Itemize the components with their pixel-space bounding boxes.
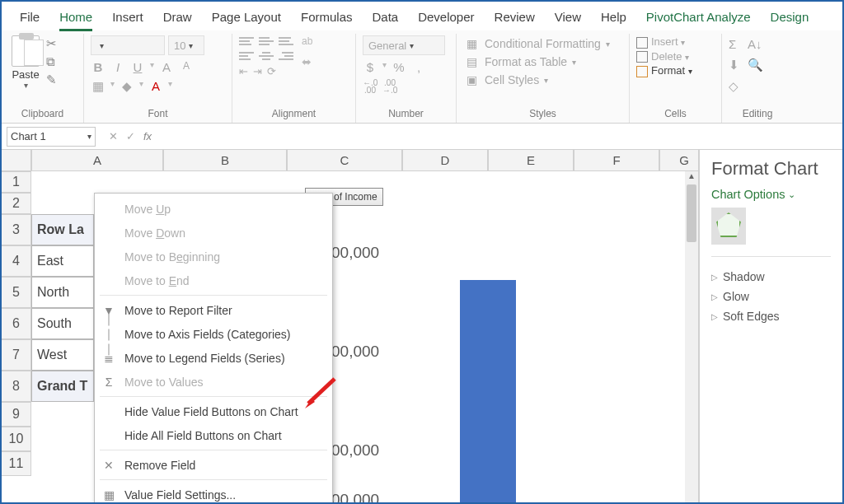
clear-button[interactable]: ◇ — [729, 79, 739, 94]
format-as-table-button[interactable]: ▤Format as Table ▾ — [463, 54, 622, 70]
group-styles: ▦Conditional Formatting ▾ ▤Format as Tab… — [457, 34, 630, 123]
tab-review[interactable]: Review — [485, 7, 545, 30]
row-header-10[interactable]: 10 — [2, 427, 31, 451]
col-header-D[interactable]: D — [402, 150, 488, 171]
context-menu-item[interactable]: ▼Move to Report Filter — [95, 298, 332, 322]
name-box[interactable]: Chart 1▾ — [7, 127, 96, 147]
delete-cells-button[interactable]: Delete ▾ — [636, 50, 715, 63]
cell-A6[interactable]: South — [31, 308, 94, 339]
vertical-scrollbar[interactable]: ▲ — [685, 171, 698, 503]
conditional-formatting-button[interactable]: ▦Conditional Formatting ▾ — [463, 35, 622, 52]
format-cells-button[interactable]: Format ▾ — [636, 64, 715, 77]
fx-icon[interactable]: fx — [143, 130, 152, 142]
section-glow[interactable]: ▷Glow — [711, 287, 831, 306]
cell-A5[interactable]: North — [31, 277, 94, 308]
italic-button[interactable]: I — [110, 60, 125, 74]
tab-help[interactable]: Help — [591, 7, 636, 30]
context-menu-item[interactable]: ✕Remove Field — [95, 453, 332, 477]
pivot-chart[interactable]: Sum of Income 00,000 00,000 00,000 00,00… — [298, 171, 698, 503]
bold-button[interactable]: B — [91, 60, 106, 74]
effects-tab-icon[interactable] — [711, 208, 746, 245]
cell-styles-button[interactable]: ▣Cell Styles ▾ — [463, 72, 622, 88]
align-right-icon[interactable] — [279, 50, 293, 62]
row-header-5[interactable]: 5 — [2, 277, 31, 308]
context-menu-item[interactable]: ≣Move to Legend Fields (Series) — [95, 346, 332, 370]
font-size-combo[interactable]: 10▾ — [168, 35, 204, 55]
context-menu-item[interactable]: ▦Value Field Settings... — [95, 483, 332, 503]
tab-pivotchart-analyze[interactable]: PivotChart Analyze — [636, 7, 761, 30]
format-painter-icon[interactable]: ✎ — [46, 73, 59, 86]
tab-draw[interactable]: Draw — [153, 7, 202, 30]
col-header-A[interactable]: A — [31, 150, 163, 171]
section-soft-edges[interactable]: ▷Soft Edges — [711, 306, 831, 326]
chart-options-dropdown[interactable]: Chart Options⌄ — [711, 188, 831, 201]
cell-A3[interactable]: Row La — [31, 214, 94, 245]
align-left-icon[interactable] — [239, 50, 254, 62]
align-middle-icon[interactable] — [259, 35, 274, 47]
decrease-decimal-button[interactable]: .00→.0 — [382, 79, 397, 94]
context-menu-item[interactable]: Hide Value Field Buttons on Chart — [95, 399, 332, 423]
scrollbar-thumb[interactable] — [687, 184, 696, 242]
copy-icon[interactable]: ⧉ — [46, 55, 59, 68]
tab-formulas[interactable]: Formulas — [291, 7, 363, 30]
comma-button[interactable]: , — [411, 60, 426, 74]
tab-insert[interactable]: Insert — [102, 7, 153, 30]
tab-data[interactable]: Data — [362, 7, 408, 30]
find-select-button[interactable]: 🔍 — [748, 58, 763, 72]
row-header-1[interactable]: 1 — [2, 171, 31, 193]
increase-indent-icon[interactable]: ⇥ — [253, 65, 262, 77]
tab-home[interactable]: Home — [49, 7, 102, 30]
shrink-font-button[interactable]: A — [179, 60, 194, 74]
underline-button[interactable]: U — [130, 60, 145, 74]
font-name-combo[interactable]: ▾ — [91, 35, 165, 55]
paste-button[interactable]: Paste ▾ — [8, 35, 43, 90]
cancel-formula-icon[interactable]: ✕ — [109, 130, 118, 142]
grow-font-button[interactable]: A — [159, 60, 174, 74]
row-header-4[interactable]: 4 — [2, 245, 31, 277]
font-color-button[interactable]: A — [148, 79, 163, 94]
align-top-icon[interactable] — [239, 35, 254, 47]
number-format-combo[interactable]: General▾ — [363, 35, 445, 55]
context-menu-item[interactable]: ｜｜｜Move to Axis Fields (Categories) — [95, 322, 332, 346]
cell-A7[interactable]: West — [31, 339, 94, 371]
tab-page-layout[interactable]: Page Layout — [202, 7, 291, 30]
row-header-7[interactable]: 7 — [2, 339, 31, 371]
border-button[interactable]: ▦ — [91, 79, 106, 94]
tab-view[interactable]: View — [545, 7, 591, 30]
fill-button[interactable]: ⬇ — [729, 58, 739, 72]
col-header-B[interactable]: B — [163, 150, 287, 171]
row-header-9[interactable]: 9 — [2, 402, 31, 427]
row-header-2[interactable]: 2 — [2, 193, 31, 214]
fill-color-button[interactable]: ◆ — [120, 79, 134, 94]
cut-icon[interactable]: ✂ — [46, 37, 59, 50]
tab-design[interactable]: Design — [761, 7, 819, 30]
tab-developer[interactable]: Developer — [408, 7, 484, 30]
insert-cells-button[interactable]: Insert ▾ — [636, 35, 715, 49]
select-all-corner[interactable] — [2, 150, 31, 171]
context-menu-item[interactable]: Hide All Field Buttons on Chart — [95, 423, 332, 447]
orientation-icon[interactable]: ⟳ — [267, 65, 276, 77]
percent-button[interactable]: % — [392, 60, 406, 74]
row-header-11[interactable]: 11 — [2, 451, 31, 476]
currency-button[interactable]: $ — [363, 60, 377, 74]
row-header-3[interactable]: 3 — [2, 214, 31, 245]
cell-A8[interactable]: Grand T — [31, 371, 94, 402]
enter-formula-icon[interactable]: ✓ — [126, 130, 135, 142]
col-header-C[interactable]: C — [287, 150, 402, 171]
row-header-6[interactable]: 6 — [2, 308, 31, 339]
row-header-8[interactable]: 8 — [2, 371, 31, 402]
autosum-button[interactable]: Σ — [729, 37, 739, 51]
col-header-F[interactable]: F — [574, 150, 659, 171]
section-shadow[interactable]: ▷Shadow — [711, 267, 831, 287]
increase-decimal-button[interactable]: ←.0.00 — [363, 79, 377, 94]
cell-A4[interactable]: East — [31, 245, 94, 277]
col-header-G[interactable]: G — [659, 150, 699, 171]
align-bottom-icon[interactable] — [279, 35, 293, 47]
align-center-icon[interactable] — [259, 50, 274, 62]
decrease-indent-icon[interactable]: ⇤ — [239, 65, 248, 77]
sort-filter-button[interactable]: A↓ — [748, 37, 763, 51]
tab-file[interactable]: File — [10, 7, 49, 30]
wrap-text-button[interactable]: ab — [302, 35, 312, 47]
col-header-E[interactable]: E — [488, 150, 574, 171]
merge-button[interactable]: ⬌ — [302, 55, 312, 68]
